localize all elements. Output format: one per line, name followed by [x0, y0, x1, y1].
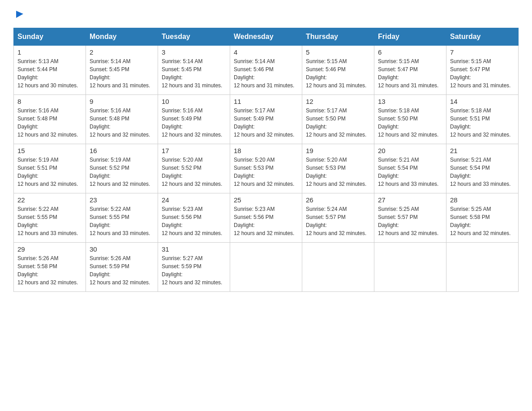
calendar-day-cell: 24 Sunrise: 5:23 AM Sunset: 5:56 PM Dayl…: [158, 193, 230, 243]
day-info: Sunrise: 5:17 AM Sunset: 5:49 PM Dayligh…: [234, 107, 298, 139]
day-number: 20: [378, 147, 442, 154]
day-number: 6: [378, 48, 442, 56]
day-number: 30: [90, 245, 154, 253]
calendar-day-cell: 9 Sunrise: 5:16 AM Sunset: 5:48 PM Dayli…: [86, 95, 158, 144]
day-info: Sunrise: 5:20 AM Sunset: 5:52 PM Dayligh…: [162, 156, 226, 188]
day-number: 3: [162, 48, 226, 56]
day-info: Sunrise: 5:18 AM Sunset: 5:51 PM Dayligh…: [450, 107, 515, 139]
day-info: Sunrise: 5:14 AM Sunset: 5:45 PM Dayligh…: [90, 57, 154, 90]
calendar-day-cell: 29 Sunrise: 5:26 AM Sunset: 5:58 PM Dayl…: [14, 243, 86, 292]
calendar-day-cell: 5 Sunrise: 5:15 AM Sunset: 5:46 PM Dayli…: [302, 46, 374, 95]
day-number: 14: [450, 98, 515, 105]
calendar-day-cell: 19 Sunrise: 5:20 AM Sunset: 5:53 PM Dayl…: [302, 144, 374, 193]
day-number: 23: [90, 196, 154, 204]
weekday-header-thursday: Thursday: [302, 28, 374, 46]
day-number: 12: [306, 98, 370, 105]
day-info: Sunrise: 5:22 AM Sunset: 5:55 PM Dayligh…: [90, 205, 154, 237]
svg-marker-0: [16, 11, 23, 18]
day-info: Sunrise: 5:27 AM Sunset: 5:59 PM Dayligh…: [162, 254, 226, 287]
day-info: Sunrise: 5:23 AM Sunset: 5:56 PM Dayligh…: [234, 205, 298, 237]
calendar-day-cell: 8 Sunrise: 5:16 AM Sunset: 5:48 PM Dayli…: [14, 95, 86, 144]
calendar-week-row: 22 Sunrise: 5:22 AM Sunset: 5:55 PM Dayl…: [14, 193, 519, 243]
calendar-day-cell: [446, 243, 519, 292]
calendar-day-cell: 18 Sunrise: 5:20 AM Sunset: 5:53 PM Dayl…: [230, 144, 302, 193]
day-info: Sunrise: 5:17 AM Sunset: 5:50 PM Dayligh…: [306, 107, 370, 139]
day-info: Sunrise: 5:20 AM Sunset: 5:53 PM Dayligh…: [234, 156, 298, 188]
day-info: Sunrise: 5:15 AM Sunset: 5:47 PM Dayligh…: [378, 57, 442, 90]
weekday-header-sunday: Sunday: [14, 28, 86, 46]
calendar-day-cell: 4 Sunrise: 5:14 AM Sunset: 5:46 PM Dayli…: [230, 46, 302, 95]
calendar-day-cell: [374, 243, 446, 292]
day-info: Sunrise: 5:19 AM Sunset: 5:51 PM Dayligh…: [17, 156, 82, 188]
day-number: 22: [17, 196, 82, 204]
day-info: Sunrise: 5:24 AM Sunset: 5:57 PM Dayligh…: [306, 205, 370, 237]
calendar-week-row: 29 Sunrise: 5:26 AM Sunset: 5:58 PM Dayl…: [14, 243, 519, 292]
day-number: 19: [306, 147, 370, 154]
day-info: Sunrise: 5:21 AM Sunset: 5:54 PM Dayligh…: [378, 156, 442, 188]
day-info: Sunrise: 5:19 AM Sunset: 5:52 PM Dayligh…: [90, 156, 154, 188]
day-info: Sunrise: 5:21 AM Sunset: 5:54 PM Dayligh…: [450, 156, 515, 188]
day-number: 7: [450, 48, 515, 56]
day-number: 26: [306, 196, 370, 204]
day-number: 10: [162, 98, 226, 105]
calendar-week-row: 1 Sunrise: 5:13 AM Sunset: 5:44 PM Dayli…: [14, 46, 519, 95]
day-info: Sunrise: 5:25 AM Sunset: 5:58 PM Dayligh…: [450, 205, 515, 237]
calendar-day-cell: 14 Sunrise: 5:18 AM Sunset: 5:51 PM Dayl…: [446, 95, 519, 144]
day-info: Sunrise: 5:26 AM Sunset: 5:58 PM Dayligh…: [17, 254, 82, 287]
calendar-day-cell: 22 Sunrise: 5:22 AM Sunset: 5:55 PM Dayl…: [14, 193, 86, 243]
logo: [13, 9, 24, 19]
day-number: 24: [162, 196, 226, 204]
calendar-day-cell: 16 Sunrise: 5:19 AM Sunset: 5:52 PM Dayl…: [86, 144, 158, 193]
calendar-day-cell: [302, 243, 374, 292]
calendar-week-row: 8 Sunrise: 5:16 AM Sunset: 5:48 PM Dayli…: [14, 95, 519, 144]
weekday-header-monday: Monday: [86, 28, 158, 46]
day-number: 15: [17, 147, 82, 154]
day-number: 13: [378, 98, 442, 105]
day-info: Sunrise: 5:14 AM Sunset: 5:46 PM Dayligh…: [234, 57, 298, 90]
day-number: 1: [17, 48, 82, 56]
day-number: 16: [90, 147, 154, 154]
day-info: Sunrise: 5:25 AM Sunset: 5:57 PM Dayligh…: [378, 205, 442, 237]
page-header: [13, 9, 519, 19]
calendar-day-cell: 10 Sunrise: 5:16 AM Sunset: 5:49 PM Dayl…: [158, 95, 230, 144]
logo-arrow-icon: [14, 9, 24, 19]
calendar-day-cell: 20 Sunrise: 5:21 AM Sunset: 5:54 PM Dayl…: [374, 144, 446, 193]
day-number: 27: [378, 196, 442, 204]
calendar-day-cell: [230, 243, 302, 292]
day-number: 17: [162, 147, 226, 154]
day-info: Sunrise: 5:14 AM Sunset: 5:45 PM Dayligh…: [162, 57, 226, 90]
calendar-day-cell: 25 Sunrise: 5:23 AM Sunset: 5:56 PM Dayl…: [230, 193, 302, 243]
calendar-day-cell: 1 Sunrise: 5:13 AM Sunset: 5:44 PM Dayli…: [14, 46, 86, 95]
day-number: 9: [90, 98, 154, 105]
calendar-day-cell: 21 Sunrise: 5:21 AM Sunset: 5:54 PM Dayl…: [446, 144, 519, 193]
calendar-day-cell: 3 Sunrise: 5:14 AM Sunset: 5:45 PM Dayli…: [158, 46, 230, 95]
weekday-header-row: SundayMondayTuesdayWednesdayThursdayFrid…: [14, 28, 519, 46]
calendar-table: SundayMondayTuesdayWednesdayThursdayFrid…: [13, 28, 519, 292]
day-info: Sunrise: 5:16 AM Sunset: 5:48 PM Dayligh…: [17, 107, 82, 139]
day-number: 4: [234, 48, 298, 56]
day-info: Sunrise: 5:22 AM Sunset: 5:55 PM Dayligh…: [17, 205, 82, 237]
day-number: 31: [162, 245, 226, 253]
calendar-day-cell: 31 Sunrise: 5:27 AM Sunset: 5:59 PM Dayl…: [158, 243, 230, 292]
calendar-week-row: 15 Sunrise: 5:19 AM Sunset: 5:51 PM Dayl…: [14, 144, 519, 193]
day-info: Sunrise: 5:16 AM Sunset: 5:49 PM Dayligh…: [162, 107, 226, 139]
calendar-day-cell: 6 Sunrise: 5:15 AM Sunset: 5:47 PM Dayli…: [374, 46, 446, 95]
calendar-day-cell: 30 Sunrise: 5:26 AM Sunset: 5:59 PM Dayl…: [86, 243, 158, 292]
weekday-header-saturday: Saturday: [446, 28, 519, 46]
weekday-header-friday: Friday: [374, 28, 446, 46]
calendar-day-cell: 12 Sunrise: 5:17 AM Sunset: 5:50 PM Dayl…: [302, 95, 374, 144]
day-info: Sunrise: 5:20 AM Sunset: 5:53 PM Dayligh…: [306, 156, 370, 188]
day-number: 11: [234, 98, 298, 105]
calendar-day-cell: 15 Sunrise: 5:19 AM Sunset: 5:51 PM Dayl…: [14, 144, 86, 193]
day-info: Sunrise: 5:15 AM Sunset: 5:47 PM Dayligh…: [450, 57, 515, 90]
day-info: Sunrise: 5:13 AM Sunset: 5:44 PM Dayligh…: [17, 57, 82, 90]
day-info: Sunrise: 5:23 AM Sunset: 5:56 PM Dayligh…: [162, 205, 226, 237]
day-number: 8: [17, 98, 82, 105]
calendar-day-cell: 23 Sunrise: 5:22 AM Sunset: 5:55 PM Dayl…: [86, 193, 158, 243]
day-info: Sunrise: 5:26 AM Sunset: 5:59 PM Dayligh…: [90, 254, 154, 287]
calendar-day-cell: 26 Sunrise: 5:24 AM Sunset: 5:57 PM Dayl…: [302, 193, 374, 243]
day-number: 5: [306, 48, 370, 56]
calendar-day-cell: 7 Sunrise: 5:15 AM Sunset: 5:47 PM Dayli…: [446, 46, 519, 95]
day-number: 29: [17, 245, 82, 253]
weekday-header-wednesday: Wednesday: [230, 28, 302, 46]
